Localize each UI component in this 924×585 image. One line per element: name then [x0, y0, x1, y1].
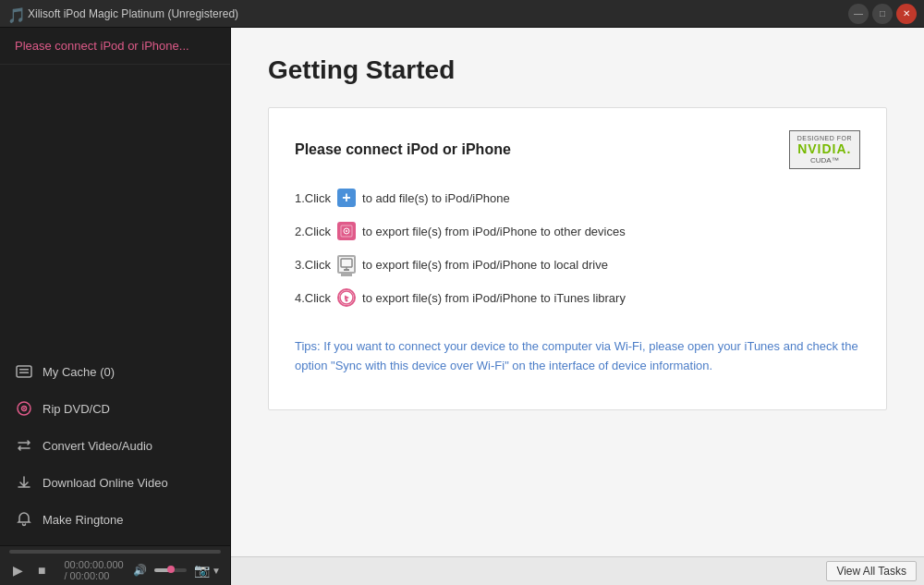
- bell-icon: [15, 510, 33, 529]
- svg-rect-9: [341, 259, 352, 267]
- export-device-icon: [337, 222, 356, 240]
- step-3-num: 3.Click: [295, 258, 331, 272]
- step-4: 4.Click to export file(s) from iPod/iPho…: [295, 287, 860, 308]
- step-1: 1.Click + to add file(s) to iPod/iPhone: [295, 188, 860, 208]
- add-icon: +: [337, 189, 356, 207]
- section-header: Please connect iPod or iPhone DESIGNED F…: [295, 130, 860, 169]
- maximize-button[interactable]: □: [872, 4, 893, 24]
- step-4-icon: [336, 287, 357, 308]
- sidebar-label-convert-video: Convert Video/Audio: [43, 439, 152, 453]
- export-local-icon: [337, 255, 356, 274]
- sidebar-label-make-ringtone: Make Ringtone: [43, 513, 123, 527]
- svg-rect-0: [17, 366, 31, 377]
- svg-rect-2: [19, 372, 29, 374]
- play-button[interactable]: ▶: [9, 561, 27, 579]
- player-time: 00:00:00.000 / 00:00:00: [64, 559, 126, 581]
- title-bar-left: 🎵 Xilisoft iPod Magic Platinum (Unregist…: [7, 6, 238, 21]
- title-bar-controls: — □ ✕: [848, 4, 917, 24]
- svg-point-13: [346, 299, 348, 302]
- sidebar-label-rip-dvd: Rip DVD/CD: [43, 402, 110, 416]
- nvidia-top-text: DESIGNED FOR: [797, 135, 852, 141]
- svg-rect-10: [344, 269, 349, 271]
- sidebar-nav: My Cache (0) Rip DVD/CD: [0, 346, 230, 545]
- step-4-num: 4.Click: [295, 291, 331, 305]
- step-3-icon: [336, 254, 357, 274]
- nvidia-sub: CUDA™: [810, 156, 839, 165]
- stop-button[interactable]: ■: [34, 561, 49, 579]
- close-button[interactable]: ✕: [896, 4, 917, 24]
- bottom-bar: View All Tasks: [231, 556, 924, 585]
- svg-point-5: [23, 408, 25, 409]
- sidebar-item-convert-video[interactable]: Convert Video/Audio: [0, 427, 230, 464]
- step-3: 3.Click to export fil: [295, 254, 860, 274]
- content-area: Getting Started Please connect iPod or i…: [231, 28, 924, 556]
- step-2: 2.Click to export file(s) from iPod/iPho…: [295, 221, 860, 241]
- page-title: Getting Started: [268, 55, 887, 85]
- player-bar: ▶ ■ 00:00:00.000 / 00:00:00 🔊 📷 ▼: [0, 545, 230, 585]
- sidebar-item-my-cache[interactable]: My Cache (0): [0, 353, 230, 390]
- sidebar-item-download-online[interactable]: Download Online Video: [0, 464, 230, 501]
- screenshot-button[interactable]: 📷 ▼: [194, 563, 221, 578]
- sidebar: Please connect iPod or iPhone... My Cach…: [0, 28, 231, 585]
- step-1-num: 1.Click: [295, 191, 331, 205]
- itunes-icon: [337, 288, 356, 307]
- step-1-text: to add file(s) to iPod/iPhone: [362, 191, 510, 205]
- player-progress-bar[interactable]: [9, 550, 221, 554]
- volume-thumb: [167, 566, 175, 573]
- svg-rect-1: [19, 369, 29, 371]
- tips-box: Tips: If you want to connect your device…: [295, 326, 860, 387]
- sidebar-label-my-cache: My Cache (0): [43, 365, 115, 379]
- step-3-text: to export file(s) from iPod/iPhone to lo…: [362, 258, 608, 272]
- connection-status: Please connect iPod or iPhone...: [0, 28, 230, 65]
- step-4-text: to export file(s) from iPod/iPhone to iT…: [362, 291, 626, 305]
- download-icon: [15, 473, 33, 492]
- sidebar-label-download-online: Download Online Video: [43, 476, 168, 490]
- main-content: Getting Started Please connect iPod or i…: [231, 28, 924, 585]
- convert-icon: [15, 436, 33, 455]
- title-bar: 🎵 Xilisoft iPod Magic Platinum (Unregist…: [0, 0, 924, 28]
- volume-icon: 🔊: [133, 561, 147, 579]
- sidebar-spacer: [0, 65, 230, 346]
- getting-started-box: Please connect iPod or iPhone DESIGNED F…: [268, 107, 887, 410]
- nvidia-brand: NVIDIA.: [797, 141, 851, 156]
- volume-slider[interactable]: [154, 568, 187, 572]
- cache-icon: [15, 362, 33, 381]
- step-2-icon: [336, 221, 357, 241]
- minimize-button[interactable]: —: [848, 4, 869, 24]
- step-2-text: to export file(s) from iPod/iPhone to ot…: [362, 225, 626, 238]
- nvidia-badge: DESIGNED FOR NVIDIA. CUDA™: [789, 130, 860, 169]
- title-bar-text: Xilisoft iPod Magic Platinum (Unregister…: [28, 7, 238, 20]
- sidebar-item-rip-dvd[interactable]: Rip DVD/CD: [0, 390, 230, 427]
- tips-text: Tips: If you want to connect your device…: [295, 337, 860, 376]
- disc-icon: [15, 399, 33, 418]
- svg-point-8: [346, 230, 347, 232]
- sidebar-item-make-ringtone[interactable]: Make Ringtone: [0, 501, 230, 538]
- app-layout: Please connect iPod or iPhone... My Cach…: [0, 28, 924, 585]
- section-title: Please connect iPod or iPhone: [295, 141, 511, 158]
- app-icon: 🎵: [7, 6, 22, 21]
- step-1-icon: +: [336, 188, 357, 208]
- step-2-num: 2.Click: [295, 225, 331, 238]
- view-all-tasks-button[interactable]: View All Tasks: [826, 561, 917, 581]
- player-controls: ▶ ■ 00:00:00.000 / 00:00:00 🔊 📷 ▼: [9, 559, 221, 581]
